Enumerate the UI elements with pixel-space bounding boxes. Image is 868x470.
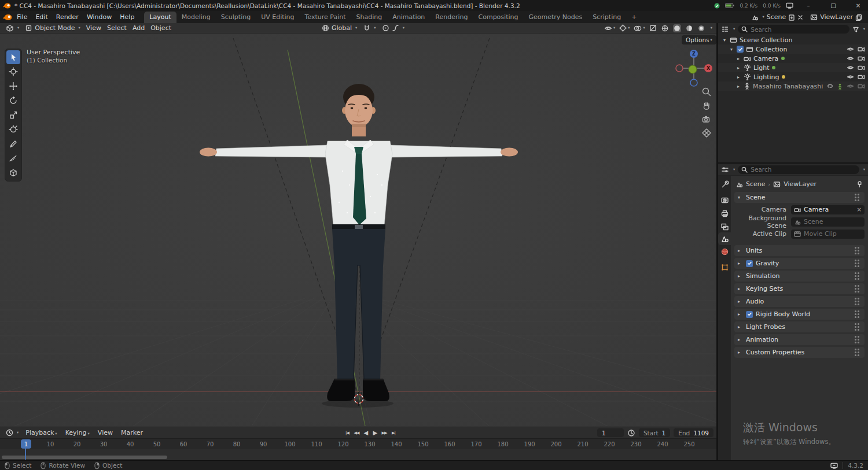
collection-checkbox[interactable] — [737, 46, 744, 53]
shading-dropdown[interactable] — [711, 26, 712, 30]
drag-handle-icon[interactable] — [858, 326, 859, 328]
expand-icon[interactable] — [722, 38, 727, 43]
tool-move[interactable] — [6, 79, 20, 93]
workspace-tab-shading[interactable]: Shading — [351, 12, 388, 23]
workspace-tab-geometry-nodes[interactable]: Geometry Nodes — [523, 12, 587, 23]
breadcrumb-scene[interactable]: Scene — [746, 180, 766, 188]
menu-keying[interactable]: Keying — [61, 429, 94, 436]
outliner-row-scene-collection[interactable]: Scene Collection — [718, 35, 868, 45]
pin-icon[interactable] — [856, 180, 863, 188]
panel-gravity[interactable]: Gravity — [734, 258, 865, 269]
gizmo-z-negative[interactable] — [690, 79, 697, 86]
hide-eye-icon[interactable] — [847, 74, 854, 80]
overlays-dropdown[interactable] — [634, 25, 645, 32]
hide-eye-icon[interactable] — [847, 46, 854, 52]
expand-icon[interactable] — [735, 84, 741, 89]
outliner-row-camera[interactable]: Camera — [718, 54, 868, 63]
workspace-tab-scripting[interactable]: Scripting — [587, 12, 626, 23]
camera-field[interactable]: Camera — [791, 205, 865, 214]
jump-first-button[interactable]: |◀ — [343, 428, 352, 438]
browse-scene-icon[interactable] — [751, 14, 759, 21]
menu-add[interactable]: Add — [130, 24, 148, 32]
timeline-track[interactable] — [0, 449, 716, 460]
workspace-tab-uv-editing[interactable]: UV Editing — [256, 12, 299, 23]
play-button[interactable]: ▶ — [370, 428, 380, 438]
hide-eye-icon[interactable] — [847, 83, 854, 89]
disable-render-icon[interactable] — [858, 65, 865, 71]
tab-object[interactable] — [718, 261, 731, 273]
tool-rotate[interactable] — [6, 94, 20, 108]
drag-handle-icon[interactable] — [858, 351, 859, 353]
close-button[interactable]: × — [848, 0, 868, 11]
outliner-search[interactable] — [738, 25, 849, 34]
menu-window[interactable]: Window — [83, 12, 116, 23]
workspace-tab-animation[interactable]: Animation — [387, 12, 430, 23]
maximize-button[interactable]: □ — [823, 0, 843, 11]
workspace-tab-modeling[interactable]: Modeling — [176, 12, 216, 23]
filter-funnel-icon[interactable] — [852, 26, 859, 33]
outliner-editor-icon[interactable] — [721, 25, 729, 33]
menu-select[interactable]: Select — [104, 24, 130, 32]
chevron-down-icon[interactable] — [762, 15, 764, 19]
drag-handle-icon[interactable] — [858, 288, 859, 290]
expand-icon[interactable] — [735, 56, 741, 61]
tab-output[interactable] — [718, 207, 731, 220]
workspace-tab-sculpting[interactable]: Sculpting — [216, 12, 256, 23]
menu-file[interactable]: File — [13, 12, 31, 23]
disable-render-icon[interactable] — [858, 46, 865, 52]
drag-handle-icon[interactable] — [858, 275, 859, 277]
outliner-row-lighting[interactable]: Lighting — [718, 72, 868, 82]
mode-selector[interactable]: Object Mode — [22, 24, 83, 32]
workspace-tab-compositing[interactable]: Compositing — [473, 12, 524, 23]
timeline-ruler[interactable]: 1020304050607080901001101201301401501601… — [0, 438, 716, 449]
tool-transform[interactable] — [6, 123, 20, 136]
clear-icon[interactable] — [857, 207, 862, 213]
timeline-editor-selector[interactable] — [3, 429, 21, 436]
prev-keyframe-button[interactable]: ◀◀ — [352, 428, 361, 438]
chevron-down-icon[interactable] — [733, 168, 735, 172]
chevron-down-icon[interactable] — [733, 27, 735, 31]
menu-playback[interactable]: Playback — [21, 429, 61, 436]
expand-icon[interactable] — [735, 75, 741, 80]
frame-start-field[interactable]: Start1 — [639, 428, 670, 437]
viewlayer-selector[interactable]: ViewLayer — [820, 13, 853, 21]
expand-icon[interactable] — [729, 47, 734, 52]
workspace-tab-texture-paint[interactable]: Texture Paint — [300, 12, 351, 23]
visibility-dropdown[interactable] — [604, 25, 615, 32]
shading-material-button[interactable] — [685, 24, 693, 32]
timeline-scrollbar[interactable] — [2, 456, 167, 459]
panel-keying-sets[interactable]: Keying Sets — [734, 283, 865, 294]
current-frame-field[interactable]: 1 — [597, 428, 624, 437]
tool-annotate[interactable] — [6, 137, 20, 151]
orthographic-toggle-icon[interactable] — [701, 128, 712, 138]
playhead[interactable]: 1 — [21, 439, 31, 449]
options-dropdown[interactable]: Options — [682, 35, 716, 45]
hide-eye-icon[interactable] — [847, 55, 854, 61]
disable-render-icon[interactable] — [858, 74, 865, 80]
properties-search-input[interactable] — [751, 166, 855, 173]
pose-person-icon[interactable] — [837, 83, 843, 90]
panel-light-probes[interactable]: Light Probes — [734, 321, 865, 332]
play-reverse-button[interactable]: ◀ — [361, 428, 370, 438]
background-scene-field[interactable]: Scene — [791, 217, 865, 227]
tool-measure[interactable] — [6, 151, 20, 165]
menu-render[interactable]: Render — [52, 12, 83, 23]
menu-view[interactable]: View — [83, 24, 104, 32]
breadcrumb-viewlayer[interactable]: ViewLayer — [784, 180, 816, 188]
menu-marker[interactable]: Marker — [117, 429, 147, 436]
drag-handle-icon[interactable] — [858, 339, 859, 341]
tool-cursor[interactable] — [6, 65, 20, 79]
menu-help[interactable]: Help — [116, 12, 138, 23]
gizmos-dropdown[interactable] — [619, 24, 630, 32]
tool-select-box[interactable] — [6, 50, 20, 64]
transform-orientation-selector[interactable]: Global — [319, 24, 360, 32]
gravity-checkbox[interactable] — [746, 260, 753, 267]
tool-add-cube[interactable] — [6, 166, 20, 180]
editor-type-selector[interactable] — [3, 24, 22, 32]
jump-last-button[interactable]: ▶| — [389, 428, 398, 438]
workspace-tab-add[interactable]: + — [626, 12, 642, 23]
link-icon[interactable] — [826, 83, 833, 89]
drag-handle-icon[interactable] — [858, 313, 859, 315]
outliner-search-input[interactable] — [751, 26, 845, 33]
outliner-row-light[interactable]: Light — [718, 63, 868, 72]
